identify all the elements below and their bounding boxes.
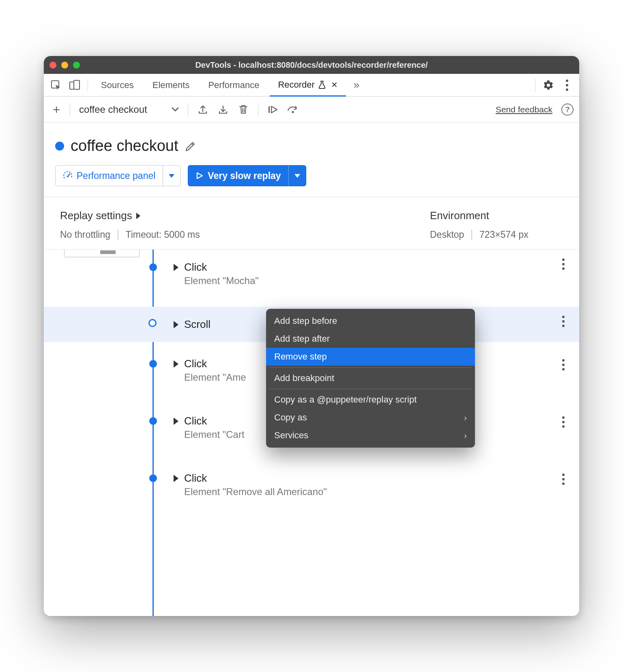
replay-speed-dropdown[interactable] [288,165,306,186]
devtools-window: DevTools - localhost:8080/docs/devtools/… [44,56,579,616]
play-icon [195,172,204,180]
step-row[interactable]: Click Element "Remove all Americano" [44,465,579,505]
steps-timeline: Click Element "Mocha" Scroll Click Eleme… [44,250,579,616]
settings-gear-icon[interactable] [540,77,556,93]
minimize-window-button[interactable] [61,62,68,69]
environment-device: Desktop [430,229,464,240]
recorder-toolbar: ＋ coffee checkout Send feedback ? [44,97,579,123]
timeline-node [149,263,157,271]
step-row[interactable]: Click Element "Mocha" [44,250,579,294]
step-title: Click [184,261,207,274]
step-subtitle: Element "Cart [184,429,245,440]
divider [269,367,472,368]
ctx-label: Remove step [274,351,327,362]
divider [258,103,258,116]
device-toolbar-icon[interactable] [67,77,83,93]
ctx-add-step-before[interactable]: Add step before [266,312,475,330]
devtools-tabs: Sources Elements Performance Recorder ✕ … [44,74,579,97]
expand-icon[interactable] [174,475,178,482]
timeline-node [148,319,157,327]
ctx-copy-as[interactable]: Copy as› [266,409,475,426]
divider [535,79,535,92]
step-title: Click [184,358,207,370]
step-menu-button[interactable] [562,474,565,485]
divider [471,230,472,240]
timeout-value: Timeout: 5000 ms [126,229,200,240]
expand-icon[interactable] [174,418,178,425]
step-subtitle: Element "Mocha" [184,275,259,286]
timeline-node [149,360,157,368]
import-icon[interactable] [215,101,231,118]
timeline-node [149,474,157,482]
edit-title-icon[interactable] [185,140,197,152]
chevron-down-icon [172,107,179,112]
step-play-icon[interactable] [265,101,281,118]
timeline-node [149,417,157,425]
tab-elements[interactable]: Elements [144,74,198,97]
delete-icon[interactable] [235,101,251,118]
more-tabs-icon[interactable]: » [348,77,365,93]
button-label: Very slow replay [208,170,281,181]
ctx-services[interactable]: Services› [266,426,475,444]
expand-icon[interactable] [174,360,178,368]
ctx-add-breakpoint[interactable]: Add breakpoint [266,369,475,387]
inspect-element-icon[interactable] [48,77,64,93]
divider [269,389,472,389]
step-over-icon[interactable] [285,101,301,118]
divider [118,230,118,240]
ctx-copy-puppeteer[interactable]: Copy as a @puppeteer/replay script [266,391,475,409]
chevron-right-icon: › [464,431,467,440]
throttling-value: No throttling [60,229,110,240]
step-menu-button[interactable] [562,416,565,428]
tab-performance[interactable]: Performance [200,74,267,97]
send-feedback-link[interactable]: Send feedback [496,105,552,114]
tab-label: Elements [153,80,190,90]
gauge-icon [63,171,73,181]
kebab-menu-icon[interactable] [559,77,575,93]
recording-settings: Replay settings No throttling Timeout: 5… [44,197,579,250]
step-context-menu: Add step before Add step after Remove st… [266,309,475,448]
svg-point-4 [292,111,294,113]
replay-button[interactable]: Very slow replay [188,165,306,186]
chevron-right-icon [136,213,140,219]
tab-label: Performance [208,80,259,90]
flask-icon [318,80,326,89]
ctx-label: Copy as a @puppeteer/replay script [274,394,417,405]
recording-dropdown[interactable]: coffee checkout [77,104,181,115]
expand-icon[interactable] [174,264,178,271]
svg-rect-2 [74,80,79,89]
tab-sources[interactable]: Sources [93,74,142,97]
performance-panel-dropdown[interactable] [163,165,180,186]
performance-panel-button[interactable]: Performance panel [55,165,180,186]
step-title: Click [184,415,207,427]
close-window-button[interactable] [49,62,56,69]
environment-heading: Environment [430,209,568,222]
export-icon[interactable] [195,101,211,118]
step-menu-button[interactable] [562,359,565,370]
step-subtitle: Element "Remove all Americano" [184,486,327,498]
step-menu-button[interactable] [562,258,565,270]
close-tab-icon[interactable]: ✕ [331,80,338,90]
expand-icon[interactable] [174,321,178,328]
step-title: Click [184,472,207,485]
step-menu-button[interactable] [562,316,565,327]
replay-settings-toggle[interactable]: Replay settings [60,209,414,222]
divider [188,103,188,116]
maximize-window-button[interactable] [73,62,80,69]
recording-header: coffee checkout Performance panel Very s… [44,123,579,197]
selected-recording-name: coffee checkout [79,104,147,115]
new-recording-button[interactable]: ＋ [49,101,63,118]
tab-recorder[interactable]: Recorder ✕ [270,74,346,97]
ctx-remove-step[interactable]: Remove step [266,348,475,366]
ctx-add-step-after[interactable]: Add step after [266,330,475,348]
environment-size: 723×574 px [479,229,528,240]
titlebar: DevTools - localhost:8080/docs/devtools/… [44,56,579,74]
svg-point-5 [67,176,69,177]
svg-rect-3 [269,106,270,113]
ctx-label: Services [274,430,308,441]
help-icon[interactable]: ? [561,103,574,116]
window-title: DevTools - localhost:8080/docs/devtools/… [44,60,579,70]
chevron-right-icon: › [464,413,467,422]
window-controls [49,62,80,69]
step-subtitle: Element "Ame [184,372,246,383]
